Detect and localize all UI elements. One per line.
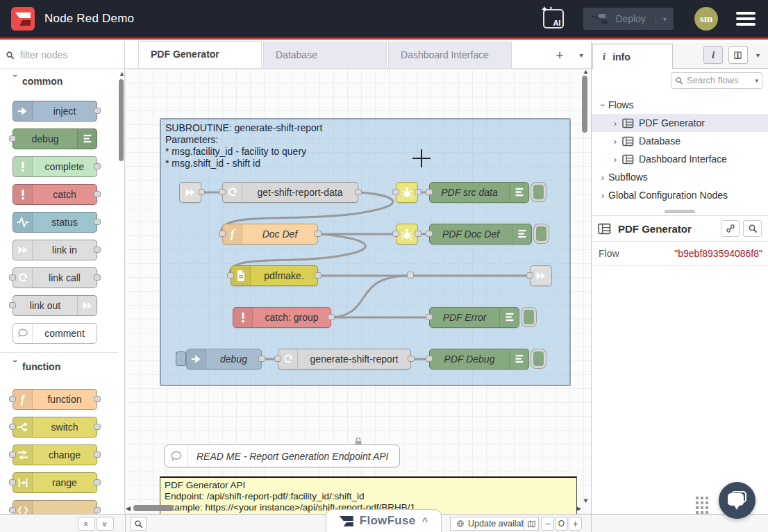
flow-tab-dashboard-interface[interactable]: Dashboard Interface — [388, 42, 512, 68]
user-avatar[interactable]: sm — [694, 7, 718, 31]
flow-node-pdf-debug[interactable]: PDF Debug — [429, 349, 529, 369]
input-port[interactable] — [426, 231, 433, 237]
palette-filter-input[interactable] — [19, 49, 102, 61]
debug-toggle-button[interactable] — [534, 224, 549, 243]
tree-item-pdf-generator[interactable]: ›PDF Generator — [592, 114, 768, 132]
palette-node-switch[interactable]: switch — [12, 417, 97, 438]
input-port[interactable] — [392, 231, 399, 237]
flow-node-link-out[interactable] — [530, 265, 552, 286]
tree-item-database[interactable]: ›Database — [592, 132, 768, 150]
output-port[interactable] — [415, 189, 421, 195]
output-port[interactable] — [94, 479, 101, 485]
output-port[interactable] — [94, 219, 101, 225]
palette-expand-all-button[interactable]: » — [97, 517, 114, 531]
output-port[interactable] — [315, 231, 322, 237]
input-port[interactable] — [219, 231, 226, 237]
debug-toggle-button[interactable] — [521, 308, 536, 326]
output-port[interactable] — [94, 108, 101, 114]
deploy-button[interactable]: Deploy ▾ — [583, 8, 674, 30]
output-port[interactable] — [408, 356, 415, 362]
flow-node-inject-debug[interactable]: debug — [186, 349, 262, 369]
output-port[interactable] — [355, 189, 362, 195]
input-port[interactable] — [426, 189, 433, 195]
canvas-vscrollbar[interactable]: ▲ ▼ — [581, 69, 588, 514]
scroll-right-icon[interactable]: ▶ — [576, 506, 581, 512]
flow-node-link-in[interactable] — [179, 182, 201, 203]
palette-node-status[interactable]: status — [12, 212, 97, 233]
flow-node-pdfmake[interactable]: pdfmake. — [231, 265, 318, 286]
flow-list-caret-icon[interactable]: ▾ — [571, 43, 591, 68]
ai-assistant-button[interactable]: ✦ ✦ AI — [543, 9, 564, 28]
flow-node-doc-def[interactable]: fDoc Def — [222, 224, 318, 244]
scroll-up-icon[interactable]: ▲ — [583, 69, 589, 75]
input-port[interactable] — [9, 396, 16, 402]
palette-node-change[interactable]: change — [12, 444, 97, 465]
output-port[interactable] — [94, 247, 101, 253]
palette-node-complete[interactable]: complete — [12, 156, 97, 177]
input-port[interactable] — [9, 479, 16, 485]
debug-toggle-button[interactable] — [531, 349, 546, 368]
input-port[interactable] — [9, 451, 16, 458]
input-port[interactable] — [274, 356, 281, 362]
canvas-search-button[interactable] — [131, 517, 147, 531]
chat-button[interactable] — [719, 482, 756, 519]
chevron-down-icon[interactable]: › — [598, 99, 608, 110]
palette-node-range[interactable]: range — [12, 472, 97, 493]
sidebar-help-button[interactable] — [728, 46, 748, 64]
divider-grip[interactable] — [665, 210, 695, 213]
input-port[interactable] — [9, 302, 16, 308]
sidebar-divider[interactable] — [592, 210, 768, 216]
zoom-out-button[interactable]: − — [541, 517, 554, 531]
comment-node-readme[interactable]: READ ME - Report Generation Endpoint API — [164, 444, 400, 467]
main-menu-button[interactable] — [736, 9, 756, 28]
copy-link-button[interactable] — [721, 220, 740, 237]
canvas-hscroll-thumb[interactable] — [133, 505, 174, 511]
palette-node-link-out[interactable]: link out — [12, 295, 97, 316]
palette-node-link-in[interactable]: link in — [12, 240, 97, 260]
output-port[interactable] — [415, 231, 421, 237]
tree-item-global-configuration-nodes[interactable]: ›Global Configuration Nodes — [592, 186, 768, 204]
sidebar-info-button[interactable]: i — [703, 46, 723, 64]
output-port[interactable] — [94, 424, 101, 430]
output-port[interactable] — [258, 356, 265, 362]
tree-item-dashboard-interface[interactable]: ›Dashboard Interface — [592, 150, 768, 168]
chevron-right-icon[interactable]: › — [597, 190, 608, 201]
flow-node-bug-2[interactable] — [396, 224, 418, 244]
minimap-button[interactable] — [524, 517, 539, 531]
input-port[interactable] — [426, 314, 433, 320]
palette-collapse-all-button[interactable]: « — [78, 517, 95, 531]
input-port[interactable] — [392, 189, 399, 195]
output-port[interactable] — [198, 189, 205, 195]
flowfuse-widget[interactable]: FlowFuse ^ — [326, 509, 442, 532]
input-port[interactable] — [9, 424, 16, 430]
palette-node-debug[interactable]: debug — [12, 128, 97, 149]
output-port[interactable] — [94, 396, 101, 402]
tab-info[interactable]: i info — [592, 44, 673, 69]
zoom-reset-button[interactable]: O — [555, 517, 568, 531]
add-flow-button[interactable]: + — [548, 43, 571, 68]
palette-node-function[interactable]: ffunction — [12, 389, 97, 410]
flow-node-pdf-doc-def[interactable]: PDF Doc Def — [429, 224, 532, 244]
input-port[interactable] — [9, 507, 16, 513]
output-port[interactable] — [94, 451, 101, 458]
flowfuse-caret-icon[interactable]: ^ — [422, 515, 428, 527]
output-port[interactable] — [315, 272, 322, 279]
palette-node-link-call[interactable]: link call — [12, 267, 97, 288]
output-port[interactable] — [94, 507, 101, 513]
flow-canvas[interactable]: SUBROUTINE: generate-shift-reportParamet… — [125, 69, 591, 514]
output-port[interactable] — [94, 163, 101, 169]
flow-node-get-shift-report-data[interactable]: get-shift-report-data — [222, 182, 358, 203]
input-port[interactable] — [219, 189, 226, 195]
chevron-right-icon[interactable]: › — [610, 154, 621, 165]
input-port[interactable] — [526, 272, 533, 279]
output-port[interactable] — [94, 191, 101, 197]
scroll-down-icon[interactable]: ▼ — [583, 498, 589, 504]
wire-junction[interactable] — [407, 272, 414, 279]
zoom-in-button[interactable]: + — [569, 517, 582, 531]
widget-drag-handle[interactable] — [696, 497, 708, 514]
tree-item-subflows[interactable]: ›Subflows — [592, 168, 768, 186]
inject-trigger-button[interactable] — [176, 351, 186, 366]
scroll-left-icon[interactable]: ◀ — [126, 506, 131, 512]
search-flow-button[interactable] — [743, 220, 762, 237]
input-port[interactable] — [9, 274, 16, 281]
